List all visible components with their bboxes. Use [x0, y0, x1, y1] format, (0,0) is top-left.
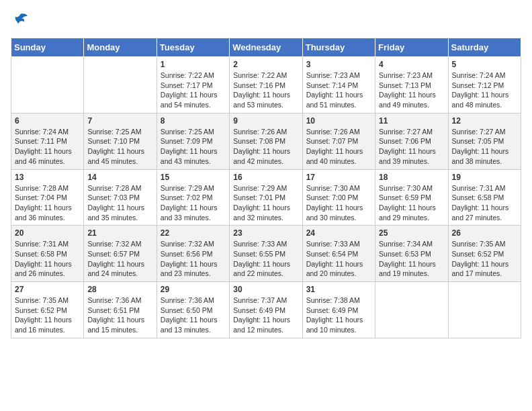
table-row: 23Sunrise: 7:33 AM Sunset: 6:55 PM Dayli… [230, 226, 302, 282]
day-number: 24 [306, 228, 371, 238]
day-info: Sunrise: 7:30 AM Sunset: 6:59 PM Dayligh… [379, 183, 444, 223]
page-header [11, 11, 521, 30]
day-number: 21 [87, 228, 152, 238]
day-info: Sunrise: 7:29 AM Sunset: 7:02 PM Dayligh… [161, 183, 226, 223]
day-number: 17 [306, 173, 371, 182]
table-row: 27Sunrise: 7:35 AM Sunset: 6:52 PM Dayli… [11, 282, 84, 338]
day-number: 2 [233, 60, 298, 69]
day-info: Sunrise: 7:30 AM Sunset: 7:00 PM Dayligh… [306, 183, 371, 223]
day-info: Sunrise: 7:34 AM Sunset: 6:53 PM Dayligh… [379, 239, 444, 279]
table-row: 10Sunrise: 7:26 AM Sunset: 7:07 PM Dayli… [302, 113, 375, 169]
table-row: 26Sunrise: 7:35 AM Sunset: 6:52 PM Dayli… [448, 226, 521, 282]
day-info: Sunrise: 7:31 AM Sunset: 6:58 PM Dayligh… [452, 183, 517, 223]
calendar-header-row: Sunday Monday Tuesday Wednesday Thursday… [11, 38, 521, 57]
day-number: 15 [161, 173, 226, 182]
col-tuesday: Tuesday [157, 38, 229, 57]
table-row: 2Sunrise: 7:22 AM Sunset: 7:16 PM Daylig… [230, 57, 302, 113]
day-number: 20 [15, 228, 80, 238]
day-info: Sunrise: 7:23 AM Sunset: 7:14 PM Dayligh… [306, 71, 371, 110]
day-info: Sunrise: 7:35 AM Sunset: 6:52 PM Dayligh… [15, 295, 80, 335]
table-row [375, 282, 448, 338]
day-number: 13 [15, 173, 80, 182]
day-info: Sunrise: 7:25 AM Sunset: 7:09 PM Dayligh… [161, 127, 226, 167]
day-number: 28 [87, 285, 152, 294]
day-info: Sunrise: 7:37 AM Sunset: 6:49 PM Dayligh… [233, 295, 298, 335]
table-row [448, 282, 521, 338]
calendar-week-row: 27Sunrise: 7:35 AM Sunset: 6:52 PM Dayli… [11, 282, 521, 338]
day-info: Sunrise: 7:28 AM Sunset: 7:03 PM Dayligh… [87, 183, 152, 223]
day-info: Sunrise: 7:27 AM Sunset: 7:05 PM Dayligh… [452, 127, 517, 167]
table-row: 19Sunrise: 7:31 AM Sunset: 6:58 PM Dayli… [448, 169, 521, 226]
col-saturday: Saturday [448, 38, 521, 57]
col-friday: Friday [375, 38, 448, 57]
table-row: 18Sunrise: 7:30 AM Sunset: 6:59 PM Dayli… [375, 169, 448, 226]
day-number: 22 [161, 228, 226, 238]
day-number: 9 [233, 116, 298, 126]
day-number: 8 [161, 116, 226, 126]
logo-bird-icon [11, 11, 30, 30]
day-number: 31 [306, 285, 371, 294]
table-row: 17Sunrise: 7:30 AM Sunset: 7:00 PM Dayli… [302, 169, 375, 226]
table-row: 15Sunrise: 7:29 AM Sunset: 7:02 PM Dayli… [157, 169, 229, 226]
table-row: 13Sunrise: 7:28 AM Sunset: 7:04 PM Dayli… [11, 169, 84, 226]
col-wednesday: Wednesday [230, 38, 302, 57]
day-number: 29 [161, 285, 226, 294]
day-info: Sunrise: 7:22 AM Sunset: 7:16 PM Dayligh… [233, 71, 298, 110]
day-number: 12 [452, 116, 517, 126]
day-number: 30 [233, 285, 298, 294]
col-thursday: Thursday [302, 38, 375, 57]
day-info: Sunrise: 7:24 AM Sunset: 7:11 PM Dayligh… [15, 127, 80, 167]
table-row: 6Sunrise: 7:24 AM Sunset: 7:11 PM Daylig… [11, 113, 84, 169]
day-number: 27 [15, 285, 80, 294]
day-info: Sunrise: 7:35 AM Sunset: 6:52 PM Dayligh… [452, 239, 517, 279]
logo [11, 11, 32, 30]
day-info: Sunrise: 7:33 AM Sunset: 6:55 PM Dayligh… [233, 239, 298, 279]
table-row: 4Sunrise: 7:23 AM Sunset: 7:13 PM Daylig… [375, 57, 448, 113]
table-row: 30Sunrise: 7:37 AM Sunset: 6:49 PM Dayli… [230, 282, 302, 338]
calendar-week-row: 13Sunrise: 7:28 AM Sunset: 7:04 PM Dayli… [11, 169, 521, 226]
table-row: 3Sunrise: 7:23 AM Sunset: 7:14 PM Daylig… [302, 57, 375, 113]
day-info: Sunrise: 7:32 AM Sunset: 6:57 PM Dayligh… [87, 239, 152, 279]
day-number: 1 [161, 60, 226, 69]
day-info: Sunrise: 7:26 AM Sunset: 7:07 PM Dayligh… [306, 127, 371, 167]
table-row: 7Sunrise: 7:25 AM Sunset: 7:10 PM Daylig… [84, 113, 157, 169]
day-number: 4 [379, 60, 444, 69]
table-row: 24Sunrise: 7:33 AM Sunset: 6:54 PM Dayli… [302, 226, 375, 282]
day-info: Sunrise: 7:33 AM Sunset: 6:54 PM Dayligh… [306, 239, 371, 279]
table-row: 9Sunrise: 7:26 AM Sunset: 7:08 PM Daylig… [230, 113, 302, 169]
day-number: 7 [87, 116, 152, 126]
day-info: Sunrise: 7:31 AM Sunset: 6:58 PM Dayligh… [15, 239, 80, 279]
day-info: Sunrise: 7:28 AM Sunset: 7:04 PM Dayligh… [15, 183, 80, 223]
day-info: Sunrise: 7:24 AM Sunset: 7:12 PM Dayligh… [452, 71, 517, 110]
day-info: Sunrise: 7:29 AM Sunset: 7:01 PM Dayligh… [233, 183, 298, 223]
day-number: 19 [452, 173, 517, 182]
table-row: 11Sunrise: 7:27 AM Sunset: 7:06 PM Dayli… [375, 113, 448, 169]
day-number: 3 [306, 60, 371, 69]
table-row: 8Sunrise: 7:25 AM Sunset: 7:09 PM Daylig… [157, 113, 229, 169]
table-row: 31Sunrise: 7:38 AM Sunset: 6:49 PM Dayli… [302, 282, 375, 338]
day-number: 16 [233, 173, 298, 182]
day-number: 10 [306, 116, 371, 126]
table-row: 21Sunrise: 7:32 AM Sunset: 6:57 PM Dayli… [84, 226, 157, 282]
calendar-week-row: 20Sunrise: 7:31 AM Sunset: 6:58 PM Dayli… [11, 226, 521, 282]
day-info: Sunrise: 7:27 AM Sunset: 7:06 PM Dayligh… [379, 127, 444, 167]
table-row: 1Sunrise: 7:22 AM Sunset: 7:17 PM Daylig… [157, 57, 229, 113]
day-info: Sunrise: 7:26 AM Sunset: 7:08 PM Dayligh… [233, 127, 298, 167]
day-number: 11 [379, 116, 444, 126]
table-row: 29Sunrise: 7:36 AM Sunset: 6:50 PM Dayli… [157, 282, 229, 338]
table-row: 22Sunrise: 7:32 AM Sunset: 6:56 PM Dayli… [157, 226, 229, 282]
table-row: 25Sunrise: 7:34 AM Sunset: 6:53 PM Dayli… [375, 226, 448, 282]
table-row [11, 57, 84, 113]
table-row [84, 57, 157, 113]
calendar-table: Sunday Monday Tuesday Wednesday Thursday… [11, 38, 521, 338]
day-info: Sunrise: 7:32 AM Sunset: 6:56 PM Dayligh… [161, 239, 226, 279]
day-number: 25 [379, 228, 444, 238]
calendar-week-row: 6Sunrise: 7:24 AM Sunset: 7:11 PM Daylig… [11, 113, 521, 169]
day-number: 18 [379, 173, 444, 182]
day-number: 23 [233, 228, 298, 238]
calendar-week-row: 1Sunrise: 7:22 AM Sunset: 7:17 PM Daylig… [11, 57, 521, 113]
day-number: 14 [87, 173, 152, 182]
day-number: 6 [15, 116, 80, 126]
table-row: 5Sunrise: 7:24 AM Sunset: 7:12 PM Daylig… [448, 57, 521, 113]
table-row: 28Sunrise: 7:36 AM Sunset: 6:51 PM Dayli… [84, 282, 157, 338]
